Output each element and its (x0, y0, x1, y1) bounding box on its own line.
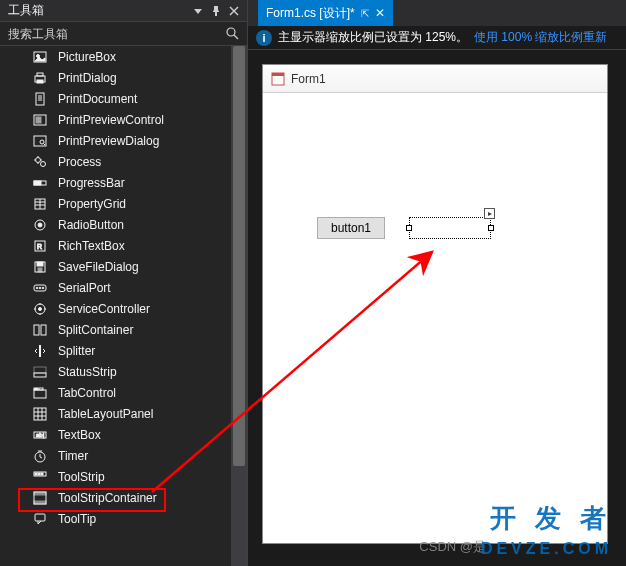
svg-text:ab|: ab| (36, 432, 45, 438)
toolbox-panel: 工具箱 PictureBoxPrintDialogPrintDocumentPr… (0, 0, 248, 566)
printpreviewdialog-icon (32, 133, 48, 149)
toolbox-item-label: PictureBox (58, 50, 116, 64)
toolbox-item-label: ToolStrip (58, 470, 105, 484)
tab-label: Form1.cs [设计]* (266, 5, 355, 22)
dropdown-icon[interactable] (189, 2, 207, 20)
svg-rect-45 (34, 408, 46, 420)
svg-rect-7 (36, 93, 44, 105)
toolbox-item-label: TableLayoutPanel (58, 407, 153, 421)
toolbox-item-tabcontrol[interactable]: TabControl (0, 382, 247, 403)
svg-point-36 (39, 307, 42, 310)
toolbox-item-splitter[interactable]: Splitter (0, 340, 247, 361)
toolbox-item-label: Timer (58, 449, 88, 463)
designer-surface[interactable]: Form1 button1 (248, 50, 626, 566)
printdocument-icon (32, 91, 48, 107)
button1[interactable]: button1 (317, 217, 385, 239)
toolbox-item-propertygrid[interactable]: PropertyGrid (0, 193, 247, 214)
toolbox-item-process[interactable]: Process (0, 151, 247, 172)
info-icon: i (256, 30, 272, 46)
radiobutton-icon (32, 217, 48, 233)
toolbox-item-serialport[interactable]: SerialPort (0, 277, 247, 298)
toolbox-item-label: StatusStrip (58, 365, 117, 379)
tab-strip: Form1.cs [设计]* ⇱ ✕ (248, 0, 626, 26)
toolbox-item-savefiledialog[interactable]: SaveFileDialog (0, 256, 247, 277)
form-body[interactable]: button1 (263, 93, 607, 543)
svg-text:R: R (37, 243, 42, 250)
splitter-icon (32, 343, 48, 359)
close-icon[interactable] (225, 2, 243, 20)
toolbox-item-servicecontroller[interactable]: ServiceController (0, 298, 247, 319)
toolstripcontainer-icon (32, 490, 48, 506)
svg-rect-62 (34, 501, 46, 504)
toolbox-item-printpreviewdialog[interactable]: PrintPreviewDialog (0, 130, 247, 151)
toolbox-item-printpreviewcontrol[interactable]: PrintPreviewControl (0, 109, 247, 130)
svg-rect-57 (35, 473, 37, 475)
toolbox-item-printdocument[interactable]: PrintDocument (0, 88, 247, 109)
svg-rect-6 (37, 80, 43, 83)
toolbox-item-label: SplitContainer (58, 323, 133, 337)
pin-icon[interactable] (207, 2, 225, 20)
resize-handle-left[interactable] (406, 225, 412, 231)
textbox-icon: ab| (32, 427, 48, 443)
form-titlebar: Form1 (263, 65, 607, 93)
svg-point-17 (41, 161, 46, 166)
svg-rect-63 (35, 514, 45, 521)
toolbox-item-tablelayoutpanel[interactable]: TableLayoutPanel (0, 403, 247, 424)
svg-rect-37 (34, 325, 39, 335)
toolbox-item-picturebox[interactable]: PictureBox (0, 46, 247, 67)
svg-rect-61 (34, 492, 46, 495)
smart-tag-icon[interactable] (484, 208, 495, 219)
svg-rect-43 (34, 388, 38, 390)
toolbox-item-statusstrip[interactable]: StatusStrip (0, 361, 247, 382)
toolbox-item-label: ToolStripContainer (58, 491, 157, 505)
printpreviewcontrol-icon (32, 112, 48, 128)
richtextbox-icon: R (32, 238, 48, 254)
svg-point-34 (42, 287, 44, 289)
toolbox-item-label: ProgressBar (58, 176, 125, 190)
toolbox-item-richtextbox[interactable]: RRichTextBox (0, 235, 247, 256)
svg-line-1 (234, 35, 238, 39)
savefiledialog-icon (32, 259, 48, 275)
svg-rect-5 (37, 73, 43, 76)
tab-form-designer[interactable]: Form1.cs [设计]* ⇱ ✕ (258, 0, 393, 26)
toolbox-item-label: ServiceController (58, 302, 150, 316)
tab-close-icon[interactable]: ✕ (375, 6, 385, 20)
svg-rect-30 (38, 268, 42, 272)
svg-rect-44 (39, 388, 43, 390)
toolbox-search[interactable] (0, 22, 247, 46)
tablelayoutpanel-icon (32, 406, 48, 422)
tabcontrol-icon (32, 385, 48, 401)
textbox-selected[interactable] (409, 217, 491, 239)
toolbox-item-toolstripcontainer[interactable]: ToolStripContainer (0, 487, 247, 508)
toolbox-item-splitcontainer[interactable]: SplitContainer (0, 319, 247, 340)
svg-rect-41 (34, 367, 46, 373)
info-link[interactable]: 使用 100% 缩放比例重新 (474, 29, 607, 46)
svg-point-33 (39, 287, 41, 289)
form-icon (271, 72, 285, 86)
tab-pin-icon[interactable]: ⇱ (361, 8, 369, 19)
svg-point-16 (36, 157, 41, 162)
svg-line-15 (44, 143, 46, 145)
toolbox-item-radiobutton[interactable]: RadioButton (0, 214, 247, 235)
picturebox-icon (32, 49, 48, 65)
resize-handle-right[interactable] (488, 225, 494, 231)
form-window[interactable]: Form1 button1 (262, 64, 608, 544)
toolbox-item-toolstrip[interactable]: ToolStrip (0, 466, 247, 487)
svg-rect-38 (41, 325, 46, 335)
form-title: Form1 (291, 72, 326, 86)
toolbox-item-label: Splitter (58, 344, 95, 358)
toolbox-item-label: TabControl (58, 386, 116, 400)
toolbox-item-textbox[interactable]: ab|TextBox (0, 424, 247, 445)
toolbox-header: 工具箱 (0, 0, 247, 22)
toolbox-item-label: RadioButton (58, 218, 124, 232)
toolbox-item-progressbar[interactable]: ProgressBar (0, 172, 247, 193)
svg-rect-65 (272, 73, 284, 76)
toolbox-item-tooltip[interactable]: ToolTip (0, 508, 247, 529)
toolbox-item-printdialog[interactable]: PrintDialog (0, 67, 247, 88)
toolbox-list: PictureBoxPrintDialogPrintDocumentPrintP… (0, 46, 247, 566)
svg-point-0 (227, 28, 235, 36)
toolstrip-icon (32, 469, 48, 485)
toolbox-item-timer[interactable]: Timer (0, 445, 247, 466)
statusstrip-icon (32, 364, 48, 380)
search-input[interactable] (8, 27, 225, 41)
